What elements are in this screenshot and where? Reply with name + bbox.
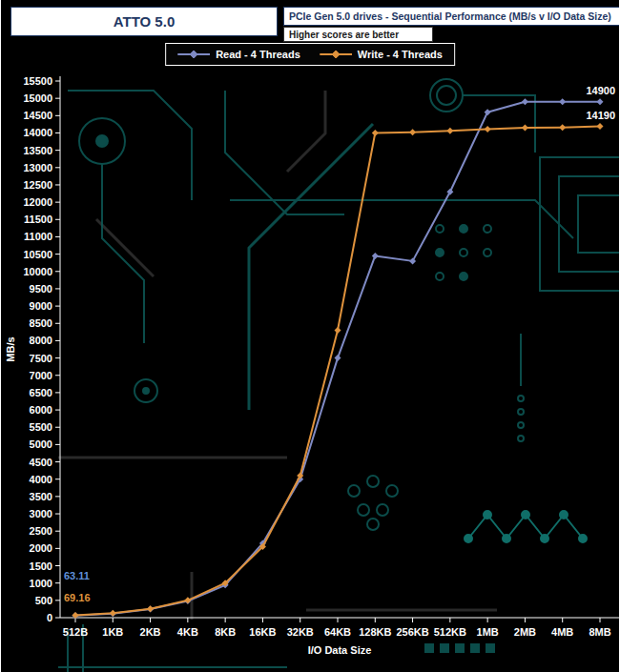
svg-text:64KB: 64KB xyxy=(324,626,351,638)
svg-text:63.11: 63.11 xyxy=(64,570,90,581)
svg-text:7000: 7000 xyxy=(30,370,52,381)
svg-text:6000: 6000 xyxy=(30,404,52,416)
svg-text:10000: 10000 xyxy=(23,266,52,277)
legend-label-write: Write - 4 Threads xyxy=(358,49,443,60)
svg-text:12000: 12000 xyxy=(23,196,52,208)
svg-text:7500: 7500 xyxy=(30,353,52,364)
legend-item-write: Write - 4 Threads xyxy=(320,49,443,60)
svg-text:5500: 5500 xyxy=(30,421,52,433)
svg-text:13000: 13000 xyxy=(23,162,52,173)
svg-text:5000: 5000 xyxy=(30,438,52,450)
svg-text:8KB: 8KB xyxy=(215,626,236,638)
svg-text:256KB: 256KB xyxy=(396,626,428,638)
svg-text:16KB: 16KB xyxy=(249,626,276,638)
svg-text:2000: 2000 xyxy=(30,542,52,554)
write-line-marker-icon xyxy=(320,50,352,59)
benchmark-chart-page: ATTO 5.0 PCIe Gen 5.0 drives - Sequentia… xyxy=(0,0,620,672)
svg-text:32KB: 32KB xyxy=(287,626,314,638)
svg-text:1MB: 1MB xyxy=(477,626,499,638)
svg-text:8500: 8500 xyxy=(30,317,52,329)
read-line-marker-icon xyxy=(177,50,210,59)
chart-subtitle-box: PCIe Gen 5.0 drives - Sequential Perform… xyxy=(283,7,620,26)
svg-text:500: 500 xyxy=(35,595,52,606)
svg-text:14500: 14500 xyxy=(23,110,52,121)
chart-area: 0500100015002000250030003500400045005000… xyxy=(1,67,620,672)
svg-text:1000: 1000 xyxy=(30,578,52,589)
svg-text:11000: 11000 xyxy=(24,231,52,242)
svg-text:1500: 1500 xyxy=(30,560,52,572)
app-title-box: ATTO 5.0 xyxy=(10,7,278,36)
svg-text:4MB: 4MB xyxy=(551,626,573,638)
performance-chart: 0500100015002000250030003500400045005000… xyxy=(1,67,620,672)
chart-note-box: Higher scores are better xyxy=(283,27,433,42)
svg-text:8MB: 8MB xyxy=(589,626,610,638)
legend: Read - 4 Threads Write - 4 Threads xyxy=(165,43,455,66)
svg-text:10500: 10500 xyxy=(23,249,52,260)
svg-text:3500: 3500 xyxy=(30,491,52,502)
svg-text:MB/s: MB/s xyxy=(5,336,16,361)
svg-text:11500: 11500 xyxy=(24,214,52,225)
svg-text:15000: 15000 xyxy=(23,92,52,104)
chart-subtitle: PCIe Gen 5.0 drives - Sequential Perform… xyxy=(289,10,611,22)
svg-text:12500: 12500 xyxy=(23,179,52,191)
svg-text:15500: 15500 xyxy=(23,75,52,87)
legend-item-read: Read - 4 Threads xyxy=(177,49,300,60)
svg-text:4KB: 4KB xyxy=(177,626,198,638)
svg-text:13500: 13500 xyxy=(23,145,52,156)
svg-text:9500: 9500 xyxy=(30,283,52,295)
svg-text:8000: 8000 xyxy=(30,335,52,346)
svg-text:4500: 4500 xyxy=(30,457,52,468)
svg-text:2MB: 2MB xyxy=(514,626,536,638)
svg-text:1KB: 1KB xyxy=(102,626,123,638)
svg-text:512KB: 512KB xyxy=(434,626,466,638)
svg-text:69.16: 69.16 xyxy=(64,592,91,603)
legend-label-read: Read - 4 Threads xyxy=(216,49,300,60)
svg-text:512B: 512B xyxy=(63,626,88,638)
svg-text:14190: 14190 xyxy=(586,110,615,121)
svg-text:6500: 6500 xyxy=(30,387,52,398)
svg-text:2500: 2500 xyxy=(30,525,52,537)
svg-text:14900: 14900 xyxy=(586,85,615,96)
chart-note: Higher scores are better xyxy=(289,30,399,40)
svg-text:I/O Data Size: I/O Data Size xyxy=(308,644,372,656)
svg-text:3000: 3000 xyxy=(30,508,52,519)
svg-text:128KB: 128KB xyxy=(359,626,391,638)
svg-text:4000: 4000 xyxy=(30,474,52,485)
svg-text:0: 0 xyxy=(47,612,52,623)
svg-text:2KB: 2KB xyxy=(140,626,161,638)
svg-text:9000: 9000 xyxy=(30,300,52,312)
app-title: ATTO 5.0 xyxy=(114,13,175,30)
svg-text:14000: 14000 xyxy=(23,127,52,138)
